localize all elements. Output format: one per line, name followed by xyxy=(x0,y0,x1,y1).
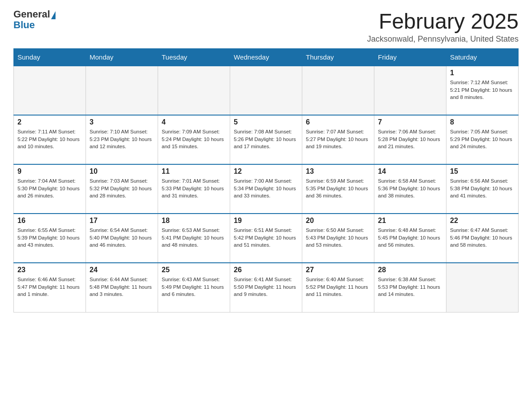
cell-day-number: 24 xyxy=(90,266,154,274)
calendar-cell xyxy=(230,66,302,115)
calendar-cell: 9Sunrise: 7:04 AM Sunset: 5:30 PM Daylig… xyxy=(14,164,86,214)
calendar-subtitle: Jacksonwald, Pennsylvania, United States xyxy=(367,34,519,44)
cell-day-info: Sunrise: 6:55 AM Sunset: 5:39 PM Dayligh… xyxy=(17,227,82,249)
logo-triangle-icon xyxy=(51,11,56,19)
cell-day-info: Sunrise: 6:58 AM Sunset: 5:36 PM Dayligh… xyxy=(378,177,442,200)
calendar-cell: 27Sunrise: 6:40 AM Sunset: 5:52 PM Dayli… xyxy=(302,263,374,312)
calendar-cell: 24Sunrise: 6:44 AM Sunset: 5:48 PM Dayli… xyxy=(86,263,158,312)
cell-day-info: Sunrise: 6:46 AM Sunset: 5:47 PM Dayligh… xyxy=(17,276,82,298)
header-thursday: Thursday xyxy=(302,49,374,66)
cell-day-info: Sunrise: 7:03 AM Sunset: 5:32 PM Dayligh… xyxy=(90,177,154,200)
calendar-cell: 3Sunrise: 7:10 AM Sunset: 5:23 PM Daylig… xyxy=(86,115,158,164)
calendar-cell: 17Sunrise: 6:54 AM Sunset: 5:40 PM Dayli… xyxy=(86,214,158,263)
logo: General Blue xyxy=(13,9,56,30)
cell-day-info: Sunrise: 7:07 AM Sunset: 5:27 PM Dayligh… xyxy=(306,128,370,150)
header-wednesday: Wednesday xyxy=(230,49,302,66)
calendar-cell: 26Sunrise: 6:41 AM Sunset: 5:50 PM Dayli… xyxy=(230,263,302,312)
cell-day-number: 1 xyxy=(450,69,515,77)
cell-day-info: Sunrise: 6:40 AM Sunset: 5:52 PM Dayligh… xyxy=(306,276,370,298)
cell-day-info: Sunrise: 6:59 AM Sunset: 5:35 PM Dayligh… xyxy=(306,177,370,200)
cell-day-info: Sunrise: 6:50 AM Sunset: 5:43 PM Dayligh… xyxy=(306,227,370,249)
header-friday: Friday xyxy=(374,49,446,66)
cell-day-number: 28 xyxy=(378,266,442,274)
calendar-cell: 10Sunrise: 7:03 AM Sunset: 5:32 PM Dayli… xyxy=(86,164,158,214)
calendar-cell: 25Sunrise: 6:43 AM Sunset: 5:49 PM Dayli… xyxy=(158,263,230,312)
cell-day-info: Sunrise: 6:44 AM Sunset: 5:48 PM Dayligh… xyxy=(90,276,154,298)
cell-day-number: 26 xyxy=(234,266,298,274)
logo-general-text: General xyxy=(13,9,50,20)
cell-day-info: Sunrise: 7:09 AM Sunset: 5:24 PM Dayligh… xyxy=(162,128,226,150)
cell-day-number: 6 xyxy=(306,118,370,126)
cell-day-info: Sunrise: 6:48 AM Sunset: 5:45 PM Dayligh… xyxy=(378,227,442,249)
cell-day-info: Sunrise: 6:41 AM Sunset: 5:50 PM Dayligh… xyxy=(234,276,298,298)
cell-day-number: 13 xyxy=(306,167,370,176)
cell-day-info: Sunrise: 7:06 AM Sunset: 5:28 PM Dayligh… xyxy=(378,128,442,150)
cell-day-number: 23 xyxy=(17,266,82,274)
calendar-cell: 23Sunrise: 6:46 AM Sunset: 5:47 PM Dayli… xyxy=(14,263,86,312)
calendar-cell: 7Sunrise: 7:06 AM Sunset: 5:28 PM Daylig… xyxy=(374,115,446,164)
cell-day-number: 18 xyxy=(162,217,226,225)
calendar-cell: 18Sunrise: 6:53 AM Sunset: 5:41 PM Dayli… xyxy=(158,214,230,263)
calendar-cell: 14Sunrise: 6:58 AM Sunset: 5:36 PM Dayli… xyxy=(374,164,446,214)
calendar-week-3: 9Sunrise: 7:04 AM Sunset: 5:30 PM Daylig… xyxy=(14,164,519,214)
calendar-cell xyxy=(14,66,86,115)
cell-day-info: Sunrise: 6:47 AM Sunset: 5:46 PM Dayligh… xyxy=(450,227,515,249)
cell-day-info: Sunrise: 7:12 AM Sunset: 5:21 PM Dayligh… xyxy=(450,79,515,101)
cell-day-info: Sunrise: 7:10 AM Sunset: 5:23 PM Dayligh… xyxy=(90,128,154,150)
calendar-cell: 2Sunrise: 7:11 AM Sunset: 5:22 PM Daylig… xyxy=(14,115,86,164)
cell-day-info: Sunrise: 6:53 AM Sunset: 5:41 PM Dayligh… xyxy=(162,227,226,249)
calendar-cell xyxy=(302,66,374,115)
cell-day-number: 11 xyxy=(162,167,226,176)
calendar-cell: 21Sunrise: 6:48 AM Sunset: 5:45 PM Dayli… xyxy=(374,214,446,263)
calendar-week-2: 2Sunrise: 7:11 AM Sunset: 5:22 PM Daylig… xyxy=(14,115,519,164)
cell-day-info: Sunrise: 7:01 AM Sunset: 5:33 PM Dayligh… xyxy=(162,177,226,200)
calendar-week-1: 1Sunrise: 7:12 AM Sunset: 5:21 PM Daylig… xyxy=(14,66,519,115)
calendar-cell: 11Sunrise: 7:01 AM Sunset: 5:33 PM Dayli… xyxy=(158,164,230,214)
calendar-cell xyxy=(158,66,230,115)
cell-day-info: Sunrise: 7:04 AM Sunset: 5:30 PM Dayligh… xyxy=(17,177,82,200)
cell-day-number: 17 xyxy=(90,217,154,225)
calendar-cell: 12Sunrise: 7:00 AM Sunset: 5:34 PM Dayli… xyxy=(230,164,302,214)
calendar-cell: 22Sunrise: 6:47 AM Sunset: 5:46 PM Dayli… xyxy=(446,214,519,263)
calendar-cell: 4Sunrise: 7:09 AM Sunset: 5:24 PM Daylig… xyxy=(158,115,230,164)
cell-day-number: 5 xyxy=(234,118,298,126)
cell-day-number: 19 xyxy=(234,217,298,225)
cell-day-number: 8 xyxy=(450,118,515,126)
cell-day-info: Sunrise: 6:56 AM Sunset: 5:38 PM Dayligh… xyxy=(450,177,515,200)
calendar-cell: 1Sunrise: 7:12 AM Sunset: 5:21 PM Daylig… xyxy=(446,66,519,115)
cell-day-number: 16 xyxy=(17,217,82,225)
cell-day-number: 7 xyxy=(378,118,442,126)
cell-day-number: 25 xyxy=(162,266,226,274)
cell-day-number: 2 xyxy=(17,118,82,126)
cell-day-number: 15 xyxy=(450,167,515,176)
header-saturday: Saturday xyxy=(446,49,519,66)
cell-day-number: 12 xyxy=(234,167,298,176)
header-tuesday: Tuesday xyxy=(158,49,230,66)
cell-day-number: 4 xyxy=(162,118,226,126)
title-section: February 2025 Jacksonwald, Pennsylvania,… xyxy=(367,9,519,44)
calendar-header-row: Sunday Monday Tuesday Wednesday Thursday… xyxy=(14,49,519,66)
header-sunday: Sunday xyxy=(14,49,86,66)
calendar-cell: 13Sunrise: 6:59 AM Sunset: 5:35 PM Dayli… xyxy=(302,164,374,214)
cell-day-info: Sunrise: 7:08 AM Sunset: 5:26 PM Dayligh… xyxy=(234,128,298,150)
calendar-week-5: 23Sunrise: 6:46 AM Sunset: 5:47 PM Dayli… xyxy=(14,263,519,312)
calendar-cell: 19Sunrise: 6:51 AM Sunset: 5:42 PM Dayli… xyxy=(230,214,302,263)
calendar-cell: 15Sunrise: 6:56 AM Sunset: 5:38 PM Dayli… xyxy=(446,164,519,214)
calendar-cell xyxy=(446,263,519,312)
cell-day-number: 27 xyxy=(306,266,370,274)
calendar-cell: 20Sunrise: 6:50 AM Sunset: 5:43 PM Dayli… xyxy=(302,214,374,263)
cell-day-info: Sunrise: 7:05 AM Sunset: 5:29 PM Dayligh… xyxy=(450,128,515,150)
cell-day-info: Sunrise: 7:00 AM Sunset: 5:34 PM Dayligh… xyxy=(234,177,298,200)
cell-day-number: 20 xyxy=(306,217,370,225)
calendar-cell xyxy=(374,66,446,115)
cell-day-number: 21 xyxy=(378,217,442,225)
cell-day-info: Sunrise: 6:54 AM Sunset: 5:40 PM Dayligh… xyxy=(90,227,154,249)
cell-day-number: 3 xyxy=(90,118,154,126)
cell-day-info: Sunrise: 7:11 AM Sunset: 5:22 PM Dayligh… xyxy=(17,128,82,150)
header-monday: Monday xyxy=(86,49,158,66)
calendar-cell: 8Sunrise: 7:05 AM Sunset: 5:29 PM Daylig… xyxy=(446,115,519,164)
calendar-cell: 6Sunrise: 7:07 AM Sunset: 5:27 PM Daylig… xyxy=(302,115,374,164)
page-header: General Blue February 2025 Jacksonwald, … xyxy=(13,9,519,44)
calendar-cell xyxy=(86,66,158,115)
cell-day-info: Sunrise: 6:43 AM Sunset: 5:49 PM Dayligh… xyxy=(162,276,226,298)
